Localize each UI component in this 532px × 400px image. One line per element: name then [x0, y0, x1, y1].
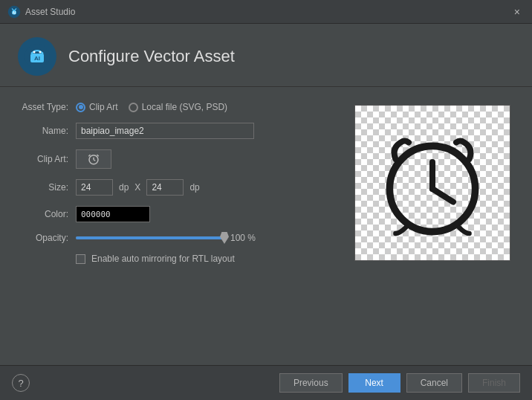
radio-clipart-label: Clip Art: [89, 102, 118, 112]
svg-line-12: [97, 155, 99, 156]
clipart-button[interactable]: [76, 149, 111, 169]
svg-text:AI: AI: [13, 11, 16, 15]
window-title: Asset Studio: [25, 7, 510, 17]
slider-thumb[interactable]: [220, 232, 229, 244]
clipart-controls: [76, 149, 336, 169]
help-button[interactable]: ?: [12, 374, 30, 392]
cancel-button[interactable]: Cancel: [406, 373, 462, 393]
alarm-clock-small-icon: [87, 152, 100, 166]
name-input[interactable]: [76, 123, 254, 139]
svg-line-15: [432, 189, 453, 202]
dialog-title: Configure Vector Asset: [68, 47, 235, 66]
color-controls: 000000: [76, 206, 336, 222]
asset-type-row: Asset Type: Clip Art Local file (SVG, PS…: [18, 102, 336, 112]
clipart-row: Clip Art:: [18, 149, 336, 169]
svg-text:AI: AI: [34, 55, 40, 62]
slider-fill: [76, 236, 224, 239]
android-icon: AI: [24, 43, 51, 70]
clock-preview-icon: [373, 123, 492, 242]
name-label: Name:: [18, 126, 68, 136]
size-controls: dp X dp: [76, 179, 336, 196]
size-width-unit: dp: [119, 182, 129, 193]
radio-clipart-circle[interactable]: [76, 103, 85, 112]
radio-localfile-label: Local file (SVG, PSD): [142, 102, 227, 112]
next-button[interactable]: Next: [348, 373, 400, 393]
preview-box: [354, 105, 510, 261]
size-height-input[interactable]: [146, 179, 184, 196]
rtl-checkbox-label: Enable auto mirroring for RTL layout: [91, 254, 235, 264]
form-left: Asset Type: Clip Art Local file (SVG, PS…: [18, 102, 336, 350]
name-controls: [76, 123, 336, 139]
finish-button[interactable]: Finish: [468, 373, 520, 393]
bottom-bar: ? Previous Next Cancel Finish: [0, 365, 532, 400]
radio-localfile[interactable]: Local file (SVG, PSD): [129, 102, 227, 112]
opacity-row: Opacity: 100 %: [18, 233, 336, 243]
header-icon: AI: [18, 37, 56, 76]
preview-area: [351, 102, 514, 350]
opacity-label: Opacity:: [18, 233, 68, 243]
size-width-input[interactable]: [76, 179, 113, 196]
dialog-header: AI Configure Vector Asset: [0, 24, 532, 87]
color-swatch[interactable]: 000000: [76, 206, 150, 222]
color-value: 000000: [81, 210, 111, 219]
title-bar: AI Asset Studio ×: [0, 0, 532, 24]
clipart-label: Clip Art:: [18, 154, 68, 164]
color-label: Color:: [18, 209, 68, 219]
app-icon: AI: [7, 5, 21, 19]
checkbox-container[interactable]: Enable auto mirroring for RTL layout: [76, 254, 235, 264]
color-row: Color: 000000: [18, 206, 336, 222]
svg-point-5: [33, 51, 36, 54]
svg-point-6: [39, 51, 42, 54]
opacity-value: 100 %: [230, 233, 256, 243]
svg-line-10: [94, 160, 95, 161]
svg-point-16: [429, 186, 435, 192]
form-area: Asset Type: Clip Art Local file (SVG, PS…: [0, 87, 532, 365]
dialog-body: AI Configure Vector Asset Asset Type: Cl…: [0, 24, 532, 400]
size-height-unit: dp: [189, 182, 199, 193]
svg-line-11: [88, 155, 90, 156]
opacity-slider[interactable]: [76, 236, 224, 239]
asset-type-label: Asset Type:: [18, 102, 68, 112]
close-button[interactable]: ×: [510, 4, 525, 19]
previous-button[interactable]: Previous: [279, 373, 343, 393]
rtl-checkbox[interactable]: [76, 254, 85, 264]
size-separator: X: [134, 182, 140, 193]
size-row: Size: dp X dp: [18, 179, 336, 196]
radio-clipart[interactable]: Clip Art: [76, 102, 118, 112]
size-label: Size:: [18, 182, 68, 193]
opacity-controls: 100 %: [76, 233, 336, 243]
asset-type-controls: Clip Art Local file (SVG, PSD): [76, 102, 336, 112]
name-row: Name:: [18, 123, 336, 139]
checkbox-row: Enable auto mirroring for RTL layout: [18, 254, 336, 264]
radio-localfile-circle[interactable]: [129, 103, 138, 112]
